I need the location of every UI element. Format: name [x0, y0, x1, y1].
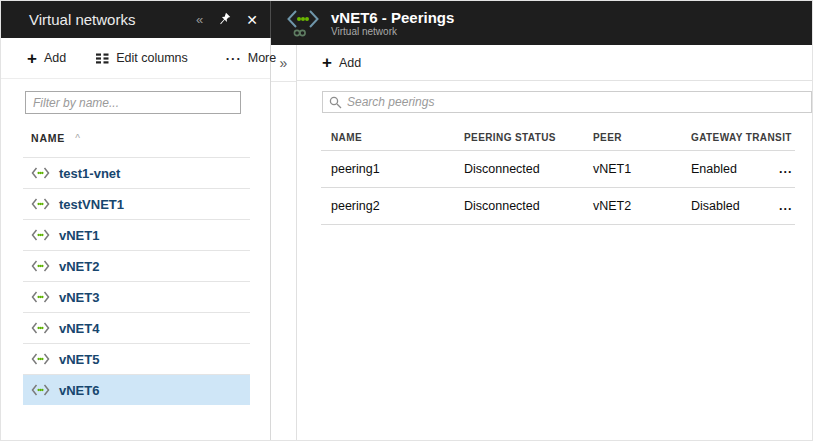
- list-item-label: vNET5: [59, 352, 99, 367]
- cell-peer: vNET2: [593, 188, 631, 225]
- list-item-vNET3[interactable]: vNET3: [23, 281, 250, 312]
- list-item-label: vNET2: [59, 259, 99, 274]
- search-peerings-box: [322, 91, 812, 113]
- search-icon: [329, 96, 342, 109]
- list-item-testVNET1[interactable]: testVNET1: [23, 188, 250, 219]
- list-item-label: vNET6: [59, 383, 99, 398]
- name-column-header[interactable]: NAME ^: [31, 132, 101, 144]
- list-item-vNET2[interactable]: vNET2: [23, 250, 250, 281]
- cell-gateway-transit: Disabled: [691, 188, 740, 225]
- sort-ascending-icon: ^: [75, 133, 81, 144]
- plus-icon: +: [322, 54, 332, 71]
- virtual-networks-blade-header: Virtual networks « ✕: [1, 1, 271, 38]
- list-item-label: vNET1: [59, 228, 99, 243]
- cell-peering-status: Disconnected: [464, 188, 540, 225]
- list-item-test1-vnet[interactable]: test1-vnet: [23, 157, 250, 188]
- column-header-name: NAME: [331, 132, 362, 143]
- close-blade-icon[interactable]: ✕: [246, 13, 258, 27]
- cell-peering-status: Disconnected: [464, 151, 540, 188]
- virtual-network-icon: [31, 260, 50, 272]
- azure-portal-window: Virtual networks « ✕ + Add: [0, 0, 813, 441]
- blade-subtitle: Virtual network: [331, 26, 454, 38]
- plus-icon: +: [27, 50, 37, 67]
- virtual-network-icon: [31, 384, 50, 396]
- virtual-networks-blade: + Add Edit columns ··· More: [1, 38, 271, 440]
- add-peering-button[interactable]: + Add: [322, 54, 361, 71]
- table-row-peering2[interactable]: peering2 Disconnected vNET2 Disabled ...: [321, 188, 795, 225]
- cell-peer: vNET1: [593, 151, 631, 188]
- list-item-vNET4[interactable]: vNET4: [23, 312, 250, 343]
- cell-name: peering1: [331, 151, 380, 188]
- row-context-menu-icon[interactable]: ...: [779, 151, 792, 188]
- more-button[interactable]: ··· More: [226, 51, 276, 66]
- add-vnet-button[interactable]: + Add: [27, 50, 66, 67]
- edit-columns-button[interactable]: Edit columns: [96, 51, 188, 65]
- filter-by-name-input[interactable]: [25, 91, 241, 114]
- list-item-label: vNET3: [59, 290, 99, 305]
- ellipsis-icon: ···: [226, 51, 242, 66]
- virtual-networks-list: test1-vnet testVNET1 vNET1 vNET2 vNET3 v…: [23, 157, 250, 405]
- columns-icon: [96, 53, 109, 64]
- column-header-peering-status: PEERING STATUS: [464, 132, 556, 143]
- peerings-content: + Add NAME PEERING STATUS PEER: [297, 45, 812, 440]
- collapse-blade-icon[interactable]: «: [196, 13, 203, 26]
- pin-icon[interactable]: [218, 12, 231, 27]
- virtual-network-icon: [31, 198, 50, 210]
- list-item-label: vNET4: [59, 321, 99, 336]
- cell-name: peering2: [331, 188, 380, 225]
- peerings-blade-header: vNET6 - Peerings Virtual network: [271, 1, 812, 45]
- expand-blade-icon[interactable]: »: [280, 55, 288, 71]
- virtual-network-icon: [31, 353, 50, 365]
- column-header-gateway-transit: GATEWAY TRANSIT: [691, 132, 792, 143]
- blade-title: Virtual networks: [29, 11, 181, 28]
- virtual-network-icon: [31, 229, 50, 241]
- search-peerings-input[interactable]: [322, 91, 812, 113]
- list-item-vNET1[interactable]: vNET1: [23, 219, 250, 250]
- column-header-peer: PEER: [593, 132, 622, 143]
- list-item-label: test1-vnet: [59, 166, 120, 181]
- row-context-menu-icon[interactable]: ...: [779, 188, 792, 225]
- table-row-peering1[interactable]: peering1 Disconnected vNET1 Enabled ...: [321, 151, 795, 188]
- virtual-networks-toolbar: + Add Edit columns ··· More: [1, 38, 270, 79]
- collapsed-blade-rail: »: [271, 45, 297, 440]
- peerings-toolbar: + Add: [297, 45, 812, 81]
- blade-title: vNET6 - Peerings: [331, 9, 454, 26]
- peerings-table-header: NAME PEERING STATUS PEER GATEWAY TRANSIT: [321, 124, 795, 151]
- virtual-network-icon: [31, 322, 50, 334]
- virtual-network-icon: [31, 291, 50, 303]
- list-item-vNET6-selected[interactable]: vNET6: [23, 374, 250, 405]
- list-item-vNET5[interactable]: vNET5: [23, 343, 250, 374]
- virtual-network-icon: [31, 167, 50, 179]
- list-item-label: testVNET1: [59, 197, 124, 212]
- virtual-network-peering-icon: [285, 8, 321, 38]
- peerings-blade: vNET6 - Peerings Virtual network » + Add: [271, 1, 812, 440]
- cell-gateway-transit: Enabled: [691, 151, 737, 188]
- peerings-table: NAME PEERING STATUS PEER GATEWAY TRANSIT…: [321, 124, 795, 225]
- pin-icon-glyph: [218, 12, 231, 25]
